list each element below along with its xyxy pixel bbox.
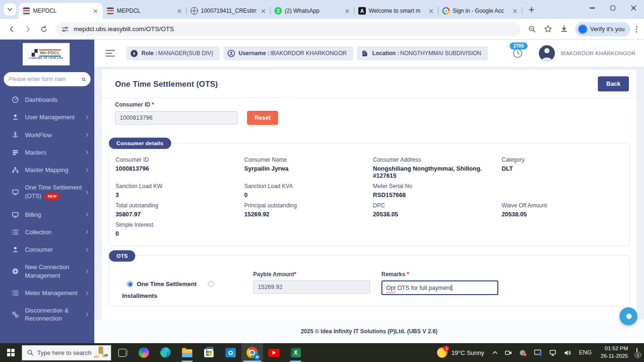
url-text[interactable]: mepdcl.ubs.ieasybill.com/OTS/OTS (74, 25, 174, 33)
taskbar-clock[interactable]: 01:52 PM 26-11-2025 (596, 345, 633, 360)
excel-icon[interactable]: X (285, 343, 306, 362)
remarks-input[interactable]: Opt OTS for full payment (381, 280, 498, 295)
user-icon (11, 246, 19, 254)
detail-field: Sanction Load KVA0 (244, 181, 365, 200)
sidebar-item-masters[interactable]: Masters (0, 144, 94, 161)
tab-close-icon[interactable] (427, 7, 435, 15)
consumer-id-input[interactable] (115, 111, 238, 124)
notification-center[interactable]: 1 (633, 348, 644, 357)
microsoft-store-icon[interactable] (198, 343, 220, 362)
download-icon[interactable] (557, 22, 571, 36)
text-cursor (452, 285, 452, 291)
network-icon[interactable] (545, 343, 560, 362)
tab-close-icon[interactable] (259, 7, 267, 15)
start-button[interactable] (0, 343, 22, 362)
tab-close-icon[interactable] (343, 7, 351, 15)
browser-menu-icon[interactable] (633, 23, 640, 35)
task-view-button[interactable] (111, 343, 133, 362)
chevron-right-icon (84, 230, 88, 234)
profile-badge-icon (578, 25, 587, 34)
tab-title: MEPDCL (33, 8, 89, 14)
back-icon[interactable] (5, 22, 19, 36)
settings-fab[interactable] (619, 307, 637, 325)
window-maximize-button[interactable] (603, 0, 623, 16)
youtube-icon[interactable] (263, 343, 285, 362)
meet-now-icon[interactable] (501, 343, 516, 362)
radio-installments[interactable] (208, 281, 214, 287)
avatar[interactable] (539, 45, 555, 61)
sidebar-item-new-connection[interactable]: New Connection Management (0, 258, 94, 284)
chevron-right-icon (84, 248, 88, 252)
list-icon (11, 289, 19, 297)
sidebar-item-billing[interactable]: Billing (0, 206, 94, 223)
copilot-icon[interactable] (133, 343, 155, 362)
hamburger-icon[interactable] (106, 50, 115, 57)
session-timer: 2700 (512, 48, 523, 58)
detail-field (373, 220, 494, 239)
reset-button[interactable]: Reset (247, 111, 278, 125)
hidden-icons-chevron[interactable] (489, 343, 501, 362)
tab-close-icon[interactable] (175, 7, 183, 15)
chrome-icon[interactable]: R (241, 343, 263, 362)
chevron-right-icon (84, 269, 88, 273)
chevron-right-icon (84, 291, 88, 295)
payable-amount-input[interactable] (253, 280, 370, 294)
cast-icon[interactable] (530, 343, 545, 362)
tab-google-signin[interactable]: G Sign in - Google Acc (438, 3, 522, 19)
sidebar-item-clipped[interactable] (0, 328, 94, 337)
tab-close-icon[interactable] (91, 7, 99, 15)
language-indicator[interactable]: ENG (575, 343, 596, 362)
chevron-right-icon (84, 313, 88, 316)
google-icon: G (442, 7, 450, 15)
verify-its-you-button[interactable]: Verify it's you (575, 22, 630, 36)
back-button[interactable]: Back (598, 76, 629, 91)
username-icon (227, 49, 235, 58)
gear-icon (624, 312, 633, 321)
site-settings-icon[interactable] (61, 25, 69, 33)
chevron-right-icon (84, 133, 88, 137)
edge-icon[interactable] (155, 343, 176, 362)
ots-pill: OTS (109, 250, 135, 262)
tab-search-button[interactable] (4, 3, 16, 16)
tab-mepdcl-1[interactable]: MEPDCL (19, 3, 103, 19)
sidebar-item-consumer[interactable]: Consumer (0, 241, 94, 258)
sidebar-item-disconnection[interactable]: Disconnection & Reconnection (0, 302, 94, 328)
bookmark-star-icon[interactable] (541, 22, 555, 36)
chevron-right-icon (84, 213, 88, 216)
monitor-icon (11, 211, 19, 219)
volume-icon[interactable] (560, 343, 575, 362)
profile-name[interactable]: IBAKORDOR KHARKONGOR (561, 50, 636, 56)
radio-one-time-settlement[interactable] (127, 281, 133, 287)
sidebar-item-user-management[interactable]: User Management (0, 108, 94, 126)
sidebar-item-workflow[interactable]: WorkFlow (0, 126, 94, 144)
logo-mark (32, 49, 38, 57)
taskbar-search[interactable]: Type here to search (22, 345, 111, 361)
window-close-button[interactable] (623, 0, 644, 16)
form-search-input[interactable] (8, 76, 82, 82)
forward-icon[interactable] (21, 22, 35, 36)
form-search-box[interactable] (4, 72, 91, 86)
outlook-icon[interactable]: O (220, 343, 241, 362)
zoom-icon[interactable] (525, 22, 539, 36)
sidebar-item-collection[interactable]: Collection (0, 223, 94, 241)
new-tab-button[interactable] (525, 3, 537, 16)
file-explorer-icon[interactable] (176, 343, 198, 362)
search-icon[interactable] (82, 76, 86, 83)
audio-muted-icon[interactable] (516, 343, 530, 362)
list-icon (11, 228, 19, 236)
tab-smart-meter[interactable]: A Welcome to smart m (355, 3, 438, 19)
address-bar[interactable]: mepdcl.ubs.ieasybill.com/OTS/OTS (56, 22, 520, 36)
sidebar-item-master-mapping[interactable]: Master Mapping (0, 161, 94, 179)
tab-mepdcl-2[interactable]: MEPDCL (103, 3, 187, 19)
tab-crestim[interactable]: 1000719411_CREstim (187, 3, 271, 19)
sidebar-item-dashboards[interactable]: Dashboards (0, 91, 94, 108)
whatsapp-icon: 2 (274, 7, 282, 15)
tab-whatsapp[interactable]: 2 (2) WhatsApp (271, 3, 355, 19)
weather-widget[interactable]: 1 19°C Sunny (432, 343, 489, 362)
tab-close-icon[interactable] (511, 7, 519, 15)
chevron-right-icon (84, 168, 88, 172)
window-minimize-button[interactable] (582, 0, 603, 16)
reload-icon[interactable] (37, 22, 51, 36)
sidebar-item-meter-management[interactable]: Meter Management (0, 284, 94, 302)
sidebar-item-ots[interactable]: One Time Settlement (OTS)NEW (0, 179, 94, 206)
